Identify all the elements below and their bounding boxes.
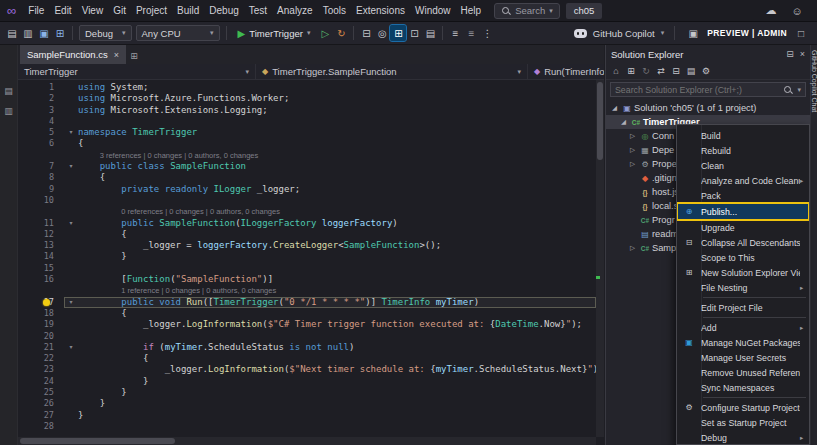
menu-tools[interactable]: Tools xyxy=(318,0,351,21)
menu-item-rebuild[interactable]: Rebuild xyxy=(677,143,809,158)
menu-item-add[interactable]: Add▸ xyxy=(677,320,809,335)
output-window-icon[interactable]: ▤ xyxy=(422,25,438,41)
line-number[interactable]: 25 xyxy=(18,387,64,398)
editor-vertical-scrollbar[interactable] xyxy=(596,80,604,437)
line-number[interactable]: 7 xyxy=(18,161,64,172)
menu-item-scope-to-this[interactable]: Scope to This xyxy=(677,250,809,265)
fold-marker[interactable]: ▾ xyxy=(64,297,78,308)
menu-item-edit-project-file[interactable]: Edit Project File xyxy=(677,300,809,315)
close-panel-icon[interactable]: × xyxy=(800,49,805,59)
twisty-icon[interactable]: ▷ xyxy=(627,160,638,168)
properties-icon[interactable]: ⚙ xyxy=(699,64,713,78)
line-number[interactable]: 22 xyxy=(18,353,64,364)
new-project-icon[interactable]: ▤ xyxy=(4,25,20,41)
fold-marker[interactable]: ▾ xyxy=(64,127,78,138)
start-debugging-button[interactable]: ▶ TimerTrigger ▾ xyxy=(234,25,315,41)
dock-panel-icon[interactable]: ⊟ xyxy=(786,49,794,59)
menu-build[interactable]: Build xyxy=(172,0,204,21)
codelens-text[interactable]: 1 reference | 0 changes | 0 authors, 0 c… xyxy=(64,285,276,296)
tab-samplefunction-cs[interactable]: SampleFunction.cs × xyxy=(20,45,126,64)
menu-item-pack[interactable]: Pack xyxy=(677,188,809,203)
menu-item-collapse-all-descendants[interactable]: ⊟Collapse All Descendants xyxy=(677,235,809,250)
menu-item-analyze-and-code-cleanup[interactable]: Analyze and Code Cleanup▸ xyxy=(677,173,809,188)
line-number[interactable]: 18 xyxy=(18,308,64,319)
line-number[interactable]: 15 xyxy=(18,263,64,274)
window-restore-icon[interactable]: □ xyxy=(793,25,809,41)
refresh-icon[interactable]: ↻ xyxy=(639,64,653,78)
menu-item-new-solution-explorer-view[interactable]: ⊞New Solution Explorer View xyxy=(677,265,809,280)
github-copilot-label[interactable]: GitHub Copilot xyxy=(593,28,655,39)
line-number[interactable]: 4 xyxy=(18,116,64,127)
fold-marker[interactable]: ▾ xyxy=(64,161,78,172)
sync-selection-icon[interactable]: ⇄ xyxy=(654,64,668,78)
menu-git[interactable]: Git xyxy=(108,0,131,21)
menu-item-manage-user-secrets[interactable]: Manage User Secrets xyxy=(677,350,809,365)
menu-extensions[interactable]: Extensions xyxy=(351,0,410,21)
menu-debug[interactable]: Debug xyxy=(204,0,243,21)
line-number[interactable]: 28 xyxy=(18,421,64,432)
line-number[interactable]: 12 xyxy=(18,229,64,240)
github-copilot-icon[interactable] xyxy=(574,29,587,38)
line-number[interactable]: 21 xyxy=(18,342,64,353)
split-window-icon[interactable]: ⊟ xyxy=(358,25,374,41)
screen-layout-icon[interactable]: ▣ xyxy=(685,25,701,41)
collapse-all-icon[interactable]: ⊟ xyxy=(669,64,683,78)
fold-marker[interactable]: ▾ xyxy=(64,342,78,353)
chevron-down-icon[interactable]: ▾ xyxy=(797,86,801,94)
scrollbar-thumb[interactable] xyxy=(20,438,175,444)
close-tab-icon[interactable]: × xyxy=(114,50,119,60)
member-dropdown[interactable]: ◆ Run(TimerInfo myTimer) xyxy=(528,64,604,79)
menu-view[interactable]: View xyxy=(77,0,109,21)
twisty-icon[interactable]: ◢ xyxy=(618,118,629,126)
line-number[interactable]: 14 xyxy=(18,251,64,262)
twisty-icon[interactable]: ▷ xyxy=(627,146,638,154)
menu-item-clean[interactable]: Clean xyxy=(677,158,809,173)
hot-reload-icon[interactable]: ↻ xyxy=(333,25,349,41)
solution-explorer-search[interactable]: ▾ xyxy=(610,82,806,97)
line-number[interactable]: 1 xyxy=(18,82,64,93)
line-number[interactable]: 27 xyxy=(18,410,64,421)
document-arrow-icon[interactable]: ▥ xyxy=(1,103,17,119)
menu-item-set-as-startup-project[interactable]: Set as Startup Project xyxy=(677,415,809,430)
line-number[interactable]: 5 xyxy=(18,127,64,138)
solution-search-input[interactable] xyxy=(615,85,779,95)
menu-edit[interactable]: Edit xyxy=(49,0,76,21)
menu-window[interactable]: Window xyxy=(410,0,456,21)
line-number[interactable]: 9 xyxy=(18,184,64,195)
visual-studio-logo-icon[interactable]: ∞ xyxy=(0,0,23,22)
project-dropdown[interactable]: TimerTrigger ▾ xyxy=(18,64,256,79)
indent-icon[interactable]: ≡ xyxy=(447,25,463,41)
code-editor[interactable]: 1using System;2using Microsoft.Azure.Fun… xyxy=(18,80,596,437)
type-dropdown[interactable]: ◆ TimerTrigger.SampleFunction ▾ xyxy=(256,64,528,79)
fold-marker[interactable]: ▾ xyxy=(64,218,78,229)
line-number[interactable]: 6 xyxy=(18,138,64,149)
line-number[interactable]: 3 xyxy=(18,105,64,116)
document-icon[interactable]: ▤ xyxy=(1,83,17,99)
menu-project[interactable]: Project xyxy=(131,0,172,21)
editor-preview-icon[interactable]: ⊞ xyxy=(390,25,406,41)
cloud-icon[interactable]: ☁ xyxy=(763,3,779,19)
line-number[interactable]: 13 xyxy=(18,240,64,251)
save-icon[interactable]: ▣ xyxy=(36,25,52,41)
menu-file[interactable]: File xyxy=(23,0,49,21)
line-number[interactable]: 26 xyxy=(18,398,64,409)
new-tab-icon[interactable]: ⊞ xyxy=(126,48,142,64)
line-number[interactable]: 23 xyxy=(18,364,64,375)
twisty-icon[interactable]: ▷ xyxy=(627,132,638,140)
solution-name-badge[interactable]: ch05 xyxy=(566,3,603,19)
twisty-icon[interactable]: ◢ xyxy=(609,104,620,112)
feedback-icon[interactable]: ☺ xyxy=(789,3,805,19)
switch-views-icon[interactable]: ⊞ xyxy=(624,64,638,78)
solution-platform-dropdown[interactable]: Any CPU ▾ xyxy=(136,25,220,41)
line-number[interactable]: 24 xyxy=(18,376,64,387)
line-number[interactable]: 20 xyxy=(18,331,64,342)
chevron-down-icon[interactable]: ▾ xyxy=(661,29,665,37)
editor-horizontal-scrollbar[interactable] xyxy=(18,437,596,445)
tree-item-solution-ch05-1-of-1-project[interactable]: ◢▣Solution 'ch05' (1 of 1 project) xyxy=(606,101,810,115)
comment-icon[interactable]: ≡ xyxy=(463,25,479,41)
twisty-icon[interactable]: ▷ xyxy=(627,244,638,252)
line-number[interactable]: 11 xyxy=(18,218,64,229)
home-icon[interactable]: ⌂ xyxy=(609,64,623,78)
copilot-chat-side-tab[interactable]: GitHub Copilot Chat xyxy=(810,45,817,445)
solution-configuration-dropdown[interactable]: Debug ▾ xyxy=(79,25,132,41)
